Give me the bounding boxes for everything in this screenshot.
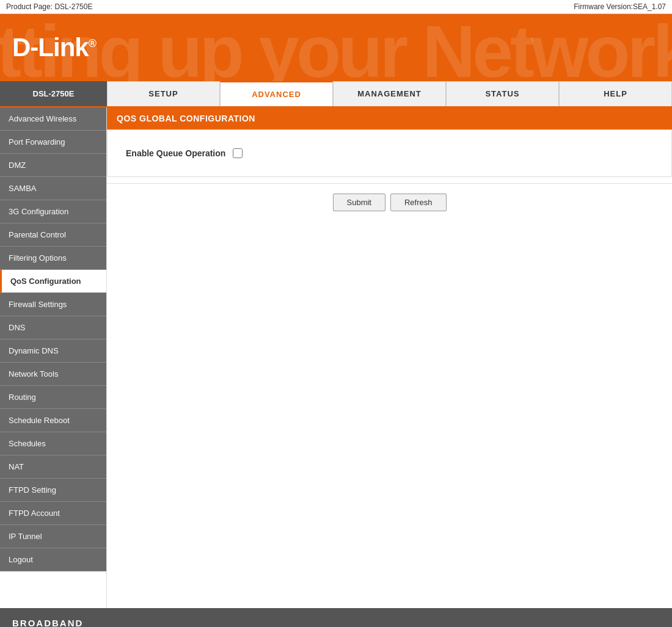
sidebar-item-nat[interactable]: NAT [0, 455, 106, 479]
sidebar-item-qos-configuration[interactable]: QoS Configuration [0, 270, 106, 293]
sidebar-item-ftpd-account[interactable]: FTPD Account [0, 502, 106, 525]
sidebar-item-filtering-options[interactable]: Filtering Options [0, 247, 106, 270]
sidebar-item-network-tools[interactable]: Network Tools [0, 363, 106, 386]
sidebar-item-routing[interactable]: Routing [0, 386, 106, 409]
main-layout: Advanced WirelessPort ForwardingDMZSAMBA… [0, 107, 672, 608]
enable-queue-row: Enable Queue Operation [126, 142, 653, 164]
nav-tab-setup[interactable]: SETUP [107, 81, 220, 106]
enable-queue-label: Enable Queue Operation [126, 148, 225, 158]
sidebar-item-port-forwarding[interactable]: Port Forwarding [0, 131, 106, 154]
nav-tab-status[interactable]: STATUS [446, 81, 559, 106]
logo: D-Link® [12, 33, 96, 62]
header: D-Link® Setting up your Network [0, 14, 672, 81]
content-body: Enable Queue Operation [107, 129, 672, 177]
header-watermark: Setting up your Network [0, 14, 672, 81]
sidebar-item-dynamic-dns[interactable]: Dynamic DNS [0, 339, 106, 363]
footer-label: BROADBAND [12, 618, 83, 627]
section-header: QOS GLOBAL CONFIGURATION [107, 107, 672, 129]
sidebar-item-firewall-settings[interactable]: Firewall Settings [0, 293, 106, 316]
firmware-label: Firmware Version:SEA_1.07 [574, 2, 666, 11]
buttons-row: Submit Refresh [107, 183, 672, 221]
sidebar-item-advanced-wireless[interactable]: Advanced Wireless [0, 107, 106, 131]
sidebar-item-dmz[interactable]: DMZ [0, 154, 106, 177]
sidebar-item-logout[interactable]: Logout [0, 548, 106, 571]
nav-tab-advanced[interactable]: ADVANCED [220, 81, 333, 106]
top-bar: Product Page: DSL-2750E Firmware Version… [0, 0, 672, 14]
sidebar-item-dns[interactable]: DNS [0, 316, 106, 339]
sidebar-item-schedule-reboot[interactable]: Schedule Reboot [0, 409, 106, 432]
sidebar-item-schedules[interactable]: Schedules [0, 432, 106, 455]
product-label: Product Page: DSL-2750E [6, 2, 92, 11]
device-label: DSL-2750E [0, 81, 107, 106]
nav-tabs: DSL-2750E SETUPADVANCEDMANAGEMENTSTATUSH… [0, 81, 672, 107]
nav-tab-help[interactable]: HELP [559, 81, 672, 106]
sidebar-item-samba[interactable]: SAMBA [0, 177, 106, 200]
sidebar: Advanced WirelessPort ForwardingDMZSAMBA… [0, 107, 107, 608]
footer: BROADBAND [0, 608, 672, 627]
sidebar-item-3g-configuration[interactable]: 3G Configuration [0, 200, 106, 223]
sidebar-item-parental-control[interactable]: Parental Control [0, 223, 106, 247]
nav-tab-management[interactable]: MANAGEMENT [333, 81, 446, 106]
sidebar-item-ip-tunnel[interactable]: IP Tunnel [0, 525, 106, 548]
sidebar-item-ftpd-setting[interactable]: FTPD Setting [0, 479, 106, 502]
logo-reg: ® [89, 37, 96, 49]
enable-queue-checkbox[interactable] [233, 148, 243, 158]
submit-button[interactable]: Submit [333, 194, 385, 211]
content-area: QOS GLOBAL CONFIGURATION Enable Queue Op… [107, 107, 672, 608]
refresh-button[interactable]: Refresh [390, 194, 447, 211]
